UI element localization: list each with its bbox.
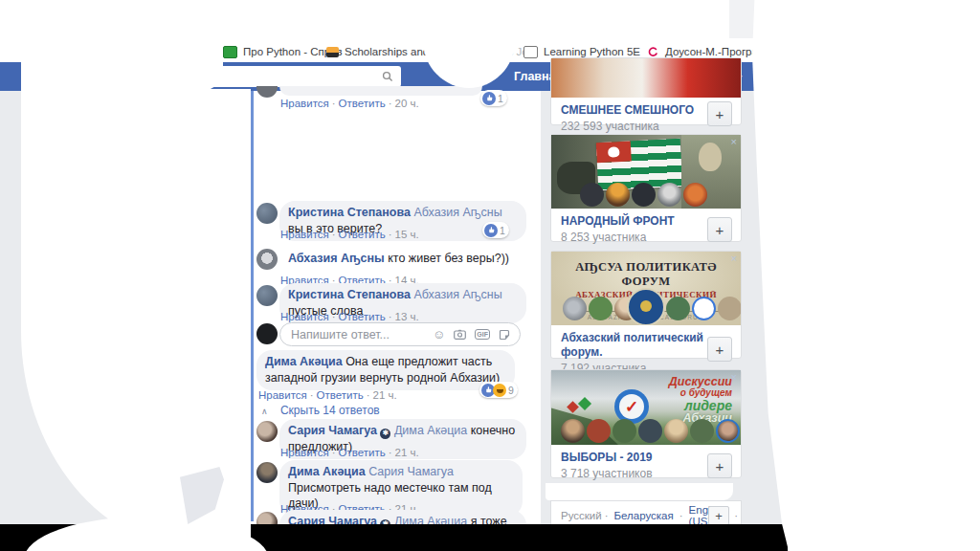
scholarship-bookmark-icon [326, 47, 339, 57]
like-link[interactable]: Нравится [280, 311, 329, 322]
debian-bookmark-icon [647, 46, 659, 58]
reply-placeholder: Напишите ответ... [280, 328, 433, 342]
member-badge-icon: ✱ [380, 429, 390, 439]
reply-link[interactable]: Ответить [339, 311, 386, 322]
comment-author[interactable]: Дима Акәциа [288, 465, 366, 478]
haha-icon [493, 384, 506, 397]
gif-icon[interactable]: GIF [475, 329, 490, 340]
group-card: Дискуссии о будущем лидере Абхазии ✓ × В… [550, 369, 742, 478]
comments-panel: Нравится·Ответить·20 ч. 1 Кристина Степа… [220, 91, 541, 551]
group-cover-image: Дискуссии о будущем лидере Абхазии ✓ × [551, 370, 741, 445]
add-language-button[interactable]: + [708, 506, 729, 525]
group-title-link[interactable]: СМЕШНЕЕ СМЕШНОГО [561, 103, 704, 118]
search-icon [382, 71, 393, 82]
group-title-link[interactable]: ВЫБОРЫ - 2019 [561, 451, 704, 465]
comment-author[interactable]: Дима Акәциа [265, 355, 343, 368]
reply-link[interactable]: Ответить [339, 98, 386, 109]
collapse-replies-link[interactable]: ∧ Скрыть 14 ответов [261, 404, 380, 417]
collapse-chevron-icon: ∧ [261, 407, 268, 416]
avatar[interactable] [256, 249, 278, 270]
group-member-count: 232 593 участника [561, 120, 731, 133]
comment-time: 21 ч. [395, 447, 419, 458]
like-icon [482, 92, 496, 105]
comment-author[interactable]: Абхазия Аҧсны [288, 252, 385, 265]
sticker-icon[interactable] [499, 329, 510, 341]
reactions-badge[interactable]: 9 [479, 382, 518, 398]
group-member-avatars [561, 419, 741, 443]
bookmark-label: Доусон-М.-Програм [665, 46, 766, 57]
like-link[interactable]: Нравится [280, 98, 329, 109]
reply-link[interactable]: Ответить [339, 229, 386, 240]
comment-text: кто живет без веры?)) [388, 252, 509, 265]
green-flag-shape [578, 397, 591, 410]
python-bookmark-icon [223, 46, 237, 58]
close-icon[interactable]: × [731, 137, 737, 147]
avatar[interactable] [256, 86, 278, 98]
reply-link[interactable]: Ответить [339, 447, 386, 458]
join-group-button[interactable]: + [707, 217, 732, 242]
close-icon[interactable]: × [731, 372, 737, 383]
group-cover-image: АҦСУА ПОЛИТИКАТӘ ФОРУМ АБХАЗСКИЙ ПОЛИТИЧ… [551, 252, 741, 325]
group-cover-image: × [551, 135, 741, 209]
comment-bubble: Абхазия Аҧсны кто живет без веры?)) [279, 247, 518, 272]
white-occlusion-blob [752, 0, 980, 551]
sidebar-container-bottom [546, 483, 733, 500]
group-member-avatars [580, 183, 709, 207]
comment-bubble-fragment [279, 86, 482, 96]
comment-mention[interactable]: Сария Чамагуа [368, 465, 454, 478]
avatar[interactable] [256, 421, 278, 442]
banner-title: АҦСУА ПОЛИТИКАТӘ ФОРУМ [551, 252, 741, 289]
group-card: × НАРОДНЫЙ ФРОНТ 8 253 участника + [550, 134, 742, 242]
comment-time: 15 ч. [395, 229, 419, 240]
language-current: Русский [561, 510, 602, 521]
group-card: СМЕШНЕЕ СМЕШНОГО 232 593 участника + [550, 57, 742, 125]
avatar[interactable] [256, 285, 278, 306]
comment-mention[interactable]: Дима Акәциа [394, 424, 467, 437]
banner-text: Дискуссии о будущем лидере Абхазии [646, 376, 738, 425]
comment-thread-line [251, 91, 254, 521]
group-cover-image [551, 58, 741, 98]
group-member-count: 8 253 участника [561, 231, 731, 244]
group-card: АҦСУА ПОЛИТИКАТӘ ФОРУМ АБХАЗСКИЙ ПОЛИТИЧ… [550, 251, 742, 359]
comment-author[interactable]: Сария Чамагуа [288, 424, 377, 437]
page-bookmark-icon [523, 46, 538, 58]
like-link[interactable]: Нравится [280, 447, 329, 458]
group-title-link[interactable]: Абхазский политический форум. [561, 331, 704, 360]
bookmark-item[interactable]: Про Python - Справ [223, 44, 343, 59]
join-group-button[interactable]: + [707, 101, 732, 126]
reply-input[interactable]: Напишите ответ... ☺ GIF [279, 322, 521, 346]
language-link[interactable]: Беларуская [614, 510, 674, 521]
white-occlusion-blob [21, 0, 223, 91]
comment-mention[interactable]: Абхазия Аҧсны [413, 206, 501, 219]
browser-tab-edge [729, 0, 756, 38]
join-group-button[interactable]: + [707, 337, 732, 362]
like-icon [484, 224, 498, 237]
emoji-icon[interactable]: ☺ [433, 328, 445, 341]
like-count-badge[interactable]: 1 [480, 90, 507, 106]
like-link[interactable]: Нравится [280, 229, 329, 240]
forum-logo [627, 288, 665, 325]
comment-bubble: Дима Акәциа Она еще предложит часть запа… [256, 350, 515, 390]
camera-icon[interactable] [454, 329, 466, 340]
group-title-link[interactable]: НАРОДНЫЙ ФРОНТ [561, 214, 704, 229]
flag-hand-emblem [608, 146, 620, 158]
like-link[interactable]: Нравится [258, 389, 307, 401]
reply-link[interactable]: Ответить [317, 389, 364, 401]
comment-time: 20 ч. [395, 98, 419, 109]
comment-author[interactable]: Кристина Степанова [288, 288, 411, 301]
like-count-badge[interactable]: 1 [482, 222, 509, 238]
group-member-count: 3 718 участников [561, 467, 731, 480]
avatar[interactable] [256, 462, 278, 483]
comment-author[interactable]: Кристина Степанова [288, 206, 411, 219]
avatar[interactable] [256, 323, 278, 344]
comment-time: 21 ч. [373, 389, 397, 401]
avatar[interactable] [256, 203, 278, 224]
close-icon[interactable]: × [731, 253, 737, 264]
comment-time: 13 ч. [395, 311, 419, 322]
bookmark-label: Learning Python 5E [544, 46, 640, 57]
comment-mention[interactable]: Абхазия Аҧсны [413, 288, 501, 301]
join-group-button[interactable]: + [707, 453, 732, 478]
